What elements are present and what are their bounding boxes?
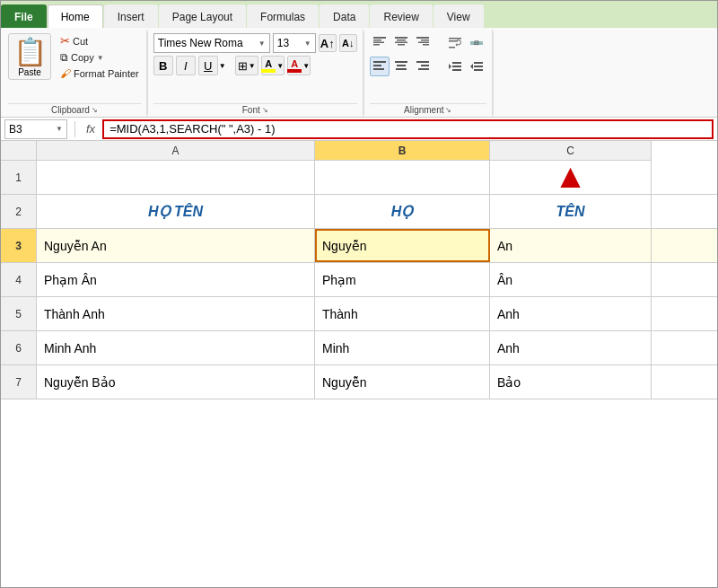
tab-insert[interactable]: Insert <box>104 4 158 28</box>
row-header-7[interactable]: 7 <box>1 365 37 399</box>
cell-b2[interactable]: HỌ <box>315 195 490 228</box>
cell-c2[interactable]: TÊN <box>490 195 652 228</box>
bold-button[interactable]: B <box>153 56 173 75</box>
italic-button[interactable]: I <box>176 56 196 75</box>
align-top-right-button[interactable] <box>413 33 433 53</box>
tab-data[interactable]: Data <box>320 4 369 28</box>
col-header-b[interactable]: B <box>315 141 490 161</box>
cell-c1[interactable]: ▲ <box>490 161 652 194</box>
cell-b3[interactable]: Nguyễn <box>315 229 490 262</box>
cell-b6[interactable]: Minh <box>315 331 490 364</box>
cell-a6[interactable]: Minh Anh <box>37 331 315 364</box>
cell-reference-value: B3 <box>9 123 22 136</box>
tab-file[interactable]: File <box>1 4 47 28</box>
row-header-2[interactable]: 2 <box>1 195 37 228</box>
svg-marker-29 <box>449 64 451 69</box>
tab-view[interactable]: View <box>433 4 484 28</box>
bold-label: B <box>159 59 167 73</box>
tab-formulas-label: Formulas <box>260 11 305 23</box>
cell-a4[interactable]: Phạm Ân <box>37 263 315 296</box>
svg-rect-32 <box>474 69 483 71</box>
cell-a2[interactable]: HỌ TÊN <box>37 195 315 228</box>
row-header-1[interactable]: 1 <box>1 161 37 194</box>
cell-a1[interactable] <box>37 161 315 194</box>
alignment-expand-icon[interactable]: ↘ <box>445 106 451 114</box>
cell-reference-box[interactable]: B3 ▼ <box>4 119 67 139</box>
tab-formulas[interactable]: Formulas <box>247 4 319 28</box>
font-expand-icon[interactable]: ↘ <box>262 106 268 114</box>
tab-page-layout[interactable]: Page Layout <box>159 4 246 28</box>
svg-rect-11 <box>423 44 429 46</box>
font-name-dropdown[interactable]: Times New Roma ▼ <box>153 33 270 53</box>
copy-dropdown-arrow: ▼ <box>97 54 104 62</box>
clipboard-expand-icon[interactable]: ↘ <box>92 106 98 114</box>
tab-review[interactable]: Review <box>370 4 432 28</box>
fx-label: fx <box>86 122 95 136</box>
svg-rect-27 <box>452 66 461 67</box>
cell-c3[interactable]: An <box>490 229 652 262</box>
highlight-button[interactable]: A ▼ <box>261 56 285 75</box>
font-grow-button[interactable]: A↑ <box>319 34 337 52</box>
svg-rect-28 <box>452 69 461 71</box>
cell-b4[interactable]: Phạm <box>315 263 490 296</box>
cell-a7[interactable]: Nguyễn Bảo <box>37 365 315 399</box>
cell-a5[interactable]: Thành Anh <box>37 297 315 330</box>
row-header-3[interactable]: 3 <box>1 229 37 262</box>
formula-bar: B3 ▼ fx =MID(A3,1,SEARCH(" ",A3) - 1) <box>1 118 717 141</box>
svg-rect-26 <box>452 62 461 64</box>
row-header-6[interactable]: 6 <box>1 331 37 364</box>
corner-cell <box>1 141 37 161</box>
cell-a3[interactable]: Nguyễn An <box>37 229 315 262</box>
borders-icon: ⊞ <box>238 59 248 73</box>
row-header-5[interactable]: 5 <box>1 297 37 330</box>
align-left-button[interactable] <box>370 57 390 76</box>
align-top-left-button[interactable] <box>370 33 390 53</box>
font-shrink-button[interactable]: A↓ <box>339 34 357 52</box>
cell-b1[interactable] <box>315 161 490 194</box>
cell-b5[interactable]: Thành <box>315 297 490 330</box>
increase-indent-button[interactable] <box>467 57 486 76</box>
svg-rect-7 <box>398 44 405 46</box>
svg-rect-20 <box>395 61 407 63</box>
copy-button[interactable]: ⧉ Copy ▼ <box>58 50 141 65</box>
borders-button[interactable]: ⊞ ▼ <box>235 56 258 75</box>
wrap-text-button[interactable] <box>445 33 465 53</box>
cell-c4[interactable]: Ân <box>490 263 652 296</box>
tab-bar: File Home Insert Page Layout Formulas Da… <box>1 1 717 28</box>
tab-page-layout-label: Page Layout <box>172 11 232 23</box>
underline-arrow: ▼ <box>219 62 226 70</box>
font-size-dropdown[interactable]: 13 ▼ <box>273 33 316 53</box>
svg-rect-6 <box>395 42 407 44</box>
grow-icon: A↑ <box>320 37 335 50</box>
tab-file-label: File <box>14 11 33 23</box>
cut-button[interactable]: ✂ Cut <box>58 33 141 48</box>
tab-home[interactable]: Home <box>48 4 103 28</box>
decrease-indent-button[interactable] <box>445 57 465 76</box>
svg-rect-25 <box>418 68 429 70</box>
paste-button[interactable]: 📋 Paste <box>8 33 51 80</box>
table-row: 4 Phạm Ân Phạm Ân <box>1 263 717 297</box>
col-header-a[interactable]: A <box>37 141 315 161</box>
underline-label: U <box>204 59 212 73</box>
cell-c7[interactable]: Bảo <box>490 365 652 399</box>
row-header-4[interactable]: 4 <box>1 263 37 296</box>
font-size-arrow: ▼ <box>304 39 311 48</box>
formula-input[interactable]: =MID(A3,1,SEARCH(" ",A3) - 1) <box>102 119 714 139</box>
font-color-icon: A <box>291 58 298 69</box>
copy-label: Copy <box>71 52 94 63</box>
col-header-c[interactable]: C <box>490 141 652 161</box>
tab-home-label: Home <box>61 11 90 23</box>
align-top-center-button[interactable] <box>391 33 411 53</box>
tab-insert-label: Insert <box>118 11 144 23</box>
merge-center-button[interactable]: ⊟ <box>467 33 486 53</box>
cell-c6[interactable]: Anh <box>490 331 652 364</box>
cell-c5[interactable]: Anh <box>490 297 652 330</box>
align-center-button[interactable] <box>391 57 411 76</box>
table-row: 3 Nguyễn An Nguyễn An <box>1 229 717 263</box>
format-painter-button[interactable]: 🖌 Format Painter <box>58 66 141 81</box>
align-right-button[interactable] <box>413 57 433 76</box>
underline-button[interactable]: U ▼ <box>198 56 226 75</box>
cell-b7[interactable]: Nguyễn <box>315 365 490 399</box>
tab-data-label: Data <box>333 11 355 23</box>
font-color-button[interactable]: A ▼ <box>287 56 311 75</box>
